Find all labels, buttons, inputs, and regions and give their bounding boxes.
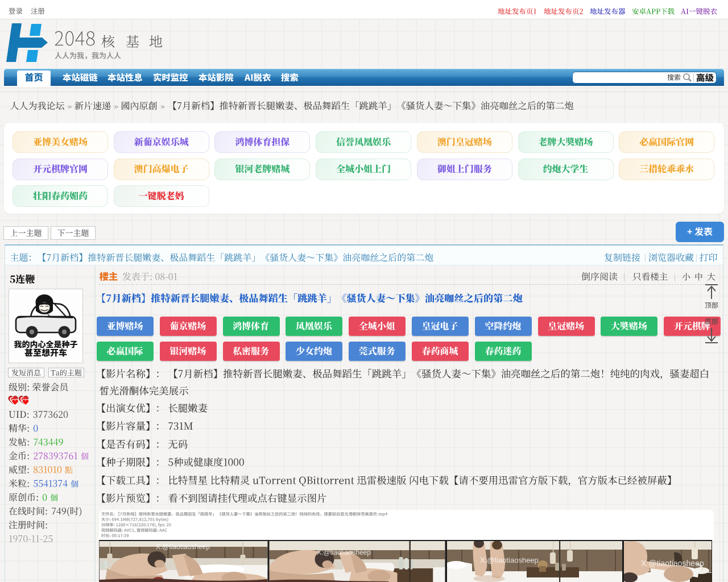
svg-text:X:@tiaotiaosheep: X:@tiaotiaosheep [317, 548, 371, 556]
svg-text:X:@tiaotiaosheep: X:@tiaotiaosheep [641, 559, 704, 568]
svg-text:X:@tiaotiaosheep: X:@tiaotiaosheep [480, 556, 539, 564]
svg-text:X:@tiaotiaosheep: X:@tiaotiaosheep [156, 543, 210, 551]
